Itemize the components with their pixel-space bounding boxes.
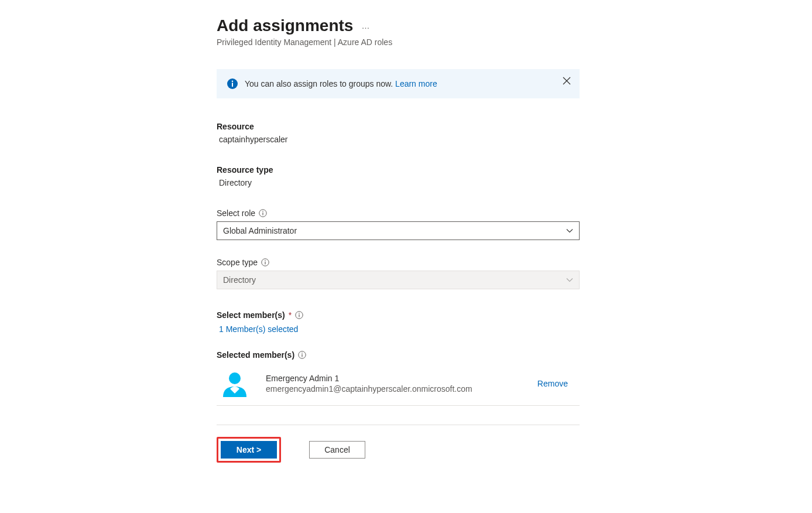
help-icon[interactable] <box>261 258 269 266</box>
help-icon[interactable] <box>295 311 303 319</box>
select-role-label: Select role <box>217 208 255 218</box>
resource-value: captainhyperscaler <box>217 135 580 144</box>
select-role-dropdown[interactable]: Global Administrator <box>217 221 580 240</box>
svg-rect-1 <box>232 83 233 87</box>
info-banner-text: You can also assign roles to groups now.… <box>245 79 437 88</box>
select-members-label: Select member(s) <box>217 310 285 320</box>
svg-point-2 <box>232 81 233 82</box>
page-title: Add assignments <box>217 16 353 35</box>
resource-type-label: Resource type <box>217 165 580 175</box>
resource-type-value: Directory <box>217 178 580 187</box>
members-selected-link[interactable]: 1 Member(s) selected <box>217 324 580 334</box>
member-name: Emergency Admin 1 <box>266 374 537 383</box>
svg-point-13 <box>299 313 300 314</box>
scope-type-value: Directory <box>223 275 256 285</box>
avatar-icon <box>220 369 249 398</box>
next-button-highlight: Next > <box>217 437 281 463</box>
help-icon[interactable] <box>298 351 306 359</box>
svg-point-10 <box>265 260 266 261</box>
remove-member-link[interactable]: Remove <box>537 379 568 388</box>
info-icon <box>227 78 238 89</box>
help-icon[interactable] <box>259 209 267 217</box>
chevron-down-icon <box>566 227 573 234</box>
svg-rect-6 <box>263 213 263 216</box>
next-button[interactable]: Next > <box>221 441 277 459</box>
resource-label: Resource <box>217 122 580 131</box>
page-subtitle: Privileged Identity Management | Azure A… <box>217 37 585 47</box>
svg-rect-9 <box>265 262 265 265</box>
svg-rect-12 <box>299 314 300 317</box>
info-banner: You can also assign roles to groups now.… <box>217 69 580 98</box>
learn-more-link[interactable]: Learn more <box>395 79 437 88</box>
cancel-button[interactable]: Cancel <box>309 441 365 459</box>
scope-type-dropdown: Directory <box>217 271 580 289</box>
more-actions-icon[interactable]: … <box>361 21 370 30</box>
scope-type-label: Scope type <box>217 258 258 267</box>
svg-point-17 <box>229 372 241 384</box>
svg-point-16 <box>301 353 303 354</box>
member-email: emergencyadmin1@captainhyperscaler.onmic… <box>266 384 537 394</box>
svg-point-7 <box>262 211 263 212</box>
close-icon[interactable] <box>562 76 571 86</box>
chevron-down-icon <box>566 276 573 283</box>
svg-rect-15 <box>301 354 302 357</box>
required-mark: * <box>289 310 292 320</box>
selected-member-row: Emergency Admin 1 emergencyadmin1@captai… <box>217 365 580 406</box>
select-role-value: Global Administrator <box>223 226 297 235</box>
selected-members-label: Selected member(s) <box>217 350 294 360</box>
